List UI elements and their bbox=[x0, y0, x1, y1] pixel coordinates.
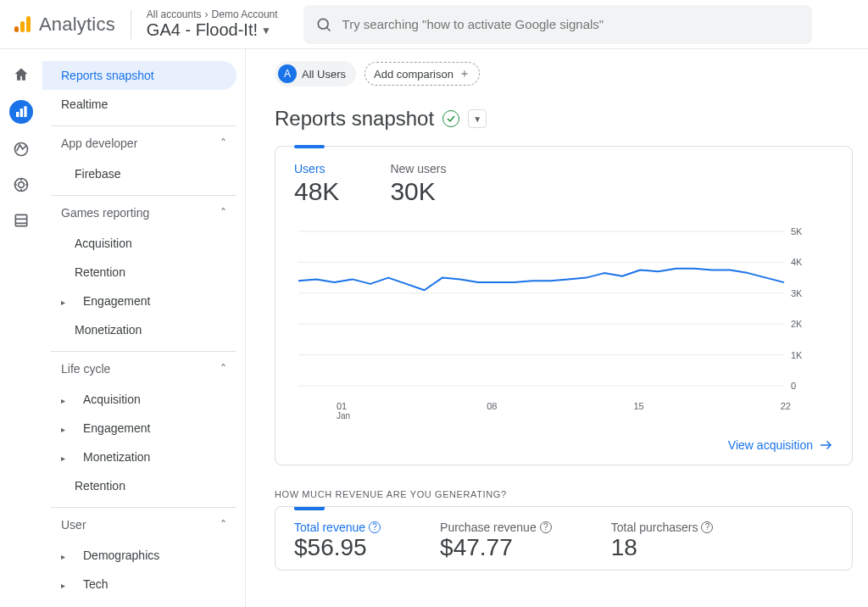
rail-reports[interactable] bbox=[9, 100, 33, 124]
nav-life-engagement[interactable]: Engagement bbox=[51, 414, 236, 443]
svg-point-10 bbox=[19, 182, 25, 188]
check-icon bbox=[446, 114, 456, 124]
breadcrumb-account: Demo Account bbox=[212, 8, 278, 20]
view-acquisition-link[interactable]: View acquisition bbox=[728, 437, 833, 453]
help-icon[interactable]: ? bbox=[369, 521, 381, 533]
svg-text:2K: 2K bbox=[791, 319, 803, 329]
caret-down-icon: ▼ bbox=[261, 25, 271, 36]
nav-games-acquisition[interactable]: Acquisition bbox=[51, 229, 236, 258]
metric-row: Users 48K New users 30K bbox=[294, 162, 833, 206]
product-name: Analytics bbox=[39, 14, 115, 36]
main-content: A All Users Add comparison ＋ Reports sna… bbox=[246, 49, 868, 607]
comparison-row: A All Users Add comparison ＋ bbox=[275, 61, 853, 86]
product-logo-block[interactable]: Analytics bbox=[12, 14, 115, 36]
metric-total-purchasers[interactable]: Total purchasers? 18 bbox=[611, 521, 714, 561]
metric-label: Users bbox=[294, 162, 339, 175]
metric-total-revenue[interactable]: Total revenue? $56.95 bbox=[294, 521, 381, 561]
plus-icon: ＋ bbox=[459, 66, 470, 81]
add-comparison-button[interactable]: Add comparison ＋ bbox=[364, 62, 480, 86]
segment-name: All Users bbox=[302, 68, 346, 81]
segment-chip-all-users[interactable]: A All Users bbox=[275, 61, 356, 86]
search-icon bbox=[315, 16, 332, 33]
metric-users[interactable]: Users 48K bbox=[294, 162, 339, 206]
rail-configure[interactable] bbox=[11, 210, 31, 231]
xtick: 22 bbox=[781, 401, 791, 420]
xtick: 01 bbox=[337, 401, 350, 411]
global-search[interactable] bbox=[303, 5, 812, 44]
left-rail bbox=[0, 49, 42, 607]
svg-text:4K: 4K bbox=[791, 257, 803, 267]
nav-games-retention[interactable]: Retention bbox=[51, 258, 236, 287]
svg-point-8 bbox=[15, 143, 28, 156]
account-property-selector[interactable]: All accounts › Demo Account GA4 - Flood-… bbox=[147, 8, 278, 40]
metric-purchase-revenue[interactable]: Purchase revenue? $47.77 bbox=[440, 521, 552, 561]
metric-label: Purchase revenue bbox=[440, 521, 537, 534]
nav-group-label: User bbox=[61, 518, 86, 532]
nav-label: Acquisition bbox=[83, 393, 141, 406]
nav-label: Demographics bbox=[83, 549, 159, 562]
search-input[interactable] bbox=[342, 17, 800, 31]
svg-rect-11 bbox=[15, 214, 26, 226]
nav-group-label: Games reporting bbox=[61, 206, 149, 220]
breadcrumb: All accounts › Demo Account bbox=[147, 8, 278, 20]
revenue-metrics-row: Total revenue? $56.95 Purchase revenue? … bbox=[294, 521, 833, 561]
xtick-month: Jan bbox=[337, 411, 350, 420]
nav-group-label: Life cycle bbox=[61, 362, 110, 376]
help-icon[interactable]: ? bbox=[701, 521, 713, 533]
revenue-card: Total revenue? $56.95 Purchase revenue? … bbox=[275, 506, 853, 571]
nav-group-app-developer[interactable]: App developer ˄ bbox=[51, 125, 236, 159]
metric-label: New users bbox=[390, 162, 446, 175]
svg-text:0: 0 bbox=[791, 381, 796, 391]
revenue-section-heading: HOW MUCH REVENUE ARE YOU GENERATING? bbox=[275, 489, 853, 499]
nav-games-engagement[interactable]: Engagement bbox=[51, 287, 236, 315]
svg-rect-1 bbox=[20, 21, 25, 32]
divider bbox=[131, 10, 131, 39]
chevron-up-icon: ˄ bbox=[220, 136, 226, 150]
nav-realtime[interactable]: Realtime bbox=[51, 90, 236, 119]
explore-icon bbox=[13, 141, 30, 158]
nav-games-monetization[interactable]: Monetization bbox=[51, 315, 236, 344]
chart-x-axis: 01Jan 08 15 22 bbox=[294, 398, 833, 420]
rail-explore[interactable] bbox=[11, 139, 31, 159]
chevron-up-icon: ˄ bbox=[220, 206, 226, 220]
chevron-up-icon: ˄ bbox=[220, 518, 226, 532]
nav-group-life-cycle[interactable]: Life cycle ˄ bbox=[51, 351, 236, 385]
nav-life-monetization[interactable]: Monetization bbox=[51, 443, 236, 471]
rail-advertising[interactable] bbox=[11, 175, 31, 195]
svg-rect-0 bbox=[14, 26, 19, 32]
rail-home[interactable] bbox=[11, 64, 31, 85]
nav-user-tech[interactable]: Tech bbox=[51, 570, 236, 599]
nav-user-demographics[interactable]: Demographics bbox=[51, 541, 236, 570]
nav-reports-snapshot[interactable]: Reports snapshot bbox=[42, 61, 236, 90]
nav-group-games-reporting[interactable]: Games reporting ˄ bbox=[51, 195, 236, 229]
help-icon[interactable]: ? bbox=[540, 521, 552, 533]
metric-label: Total revenue bbox=[294, 521, 365, 534]
nav-label: Tech bbox=[83, 577, 108, 591]
chevron-up-icon: ˄ bbox=[220, 362, 226, 376]
nav-group-user[interactable]: User ˄ bbox=[51, 507, 236, 541]
nav-label: Monetization bbox=[83, 450, 150, 464]
side-nav: Reports snapshot Realtime App developer … bbox=[42, 49, 246, 607]
status-check-badge[interactable] bbox=[442, 110, 459, 127]
nav-life-retention[interactable]: Retention bbox=[51, 471, 236, 500]
arrow-right-icon bbox=[818, 437, 833, 453]
metric-new-users[interactable]: New users 30K bbox=[390, 162, 446, 206]
segment-badge: A bbox=[278, 64, 297, 83]
title-dropdown[interactable]: ▼ bbox=[468, 109, 487, 128]
breadcrumb-all-accounts: All accounts bbox=[147, 8, 202, 20]
nav-firebase[interactable]: Firebase bbox=[51, 159, 236, 188]
svg-text:1K: 1K bbox=[791, 350, 803, 360]
xtick: 08 bbox=[487, 401, 497, 420]
metric-value: $47.77 bbox=[440, 534, 552, 561]
metric-label: Total purchasers bbox=[611, 521, 698, 534]
nav-life-acquisition[interactable]: Acquisition bbox=[51, 385, 236, 414]
reports-icon bbox=[14, 105, 28, 119]
page-title: Reports snapshot bbox=[275, 107, 434, 131]
library-icon bbox=[13, 212, 30, 229]
metric-value: 48K bbox=[294, 177, 339, 206]
svg-point-3 bbox=[318, 19, 328, 29]
users-line-chart: 01K2K3K4K5K 01Jan 08 15 22 bbox=[294, 228, 833, 420]
add-comparison-label: Add comparison bbox=[374, 68, 453, 81]
svg-rect-6 bbox=[20, 109, 23, 117]
overview-card: Users 48K New users 30K 01K2K3K4K5K 01Ja… bbox=[275, 146, 853, 465]
